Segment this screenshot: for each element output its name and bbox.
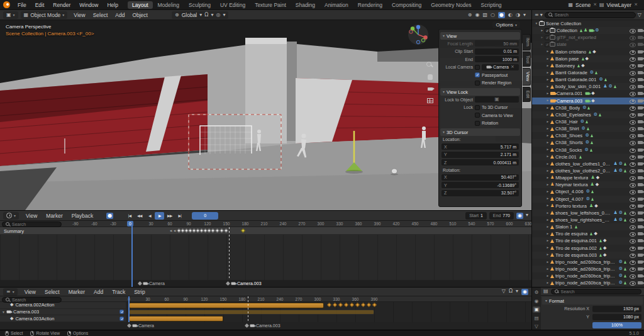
outliner-item-ch38-shorts[interactable]: ▸Ch38_Shorts⚙ xyxy=(532,139,644,146)
outliner-item-scene-collection[interactable]: ▾Scene Collection xyxy=(532,20,644,27)
outliner-item-tiro-de-esquina[interactable]: ▸Tiro de esquina◆ xyxy=(532,230,644,237)
resolution-x-field[interactable]: 1920 px xyxy=(592,306,641,312)
nla-keyframe-diamond[interactable] xyxy=(333,303,337,307)
disable-in-render-icon[interactable] xyxy=(638,71,643,74)
sidebar-tab-tool[interactable]: Tool xyxy=(523,52,531,67)
view-lock-panel-header[interactable]: ▾ View Lock xyxy=(440,88,520,96)
nla-keyframe-diamond[interactable] xyxy=(344,303,348,307)
hide-in-viewport-icon[interactable] xyxy=(630,105,636,110)
show-overlays-icon[interactable]: ◉ xyxy=(475,13,480,18)
outliner-item-balon-cristiano[interactable]: ▸Balon cristiano◆ xyxy=(532,48,644,55)
expand-arrow-icon[interactable]: ▸ xyxy=(545,183,550,187)
expand-arrow-icon[interactable]: ▸ xyxy=(545,197,550,201)
hide-in-viewport-icon[interactable] xyxy=(630,281,636,286)
nla-keyframe-diamond[interactable] xyxy=(355,303,360,307)
expand-arrow-icon[interactable]: ▸ xyxy=(545,176,550,180)
hide-in-viewport-icon[interactable] xyxy=(630,120,636,125)
outliner-item-clothes-low-clothes1-0-001[interactable]: ▸clothes_low_clothes1_0.001♟⚙ xyxy=(532,160,644,167)
collection-exclude-checkbox[interactable] xyxy=(545,42,550,47)
hide-in-viewport-icon[interactable] xyxy=(630,70,636,76)
disable-in-render-icon[interactable] xyxy=(638,50,643,53)
auto-snap-icon[interactable]: ◉ xyxy=(521,289,528,295)
expand-arrow-icon[interactable]: ▸ xyxy=(545,148,550,152)
track-enable-checkbox[interactable] xyxy=(119,316,124,321)
workspace-tab-rendering[interactable]: Rendering xyxy=(353,1,387,9)
cursor-location-field[interactable]: X5.717 m xyxy=(441,143,519,150)
nla-keyframe-diamond[interactable] xyxy=(367,303,371,307)
hide-in-viewport-icon[interactable] xyxy=(630,169,636,174)
clip-start-field[interactable]: 0.01 m xyxy=(475,48,519,55)
expand-arrow-icon[interactable]: ▸ xyxy=(545,162,550,166)
outliner-item-object-4-006[interactable]: ▸Object_4.006⚙ xyxy=(532,188,644,195)
local-camera-checkbox[interactable] xyxy=(475,65,480,70)
outliner-item-tiro-de-esquina-001[interactable]: ▸Tiro de esquina.001◆ xyxy=(532,237,644,244)
summary-channel[interactable]: Summary «« xyxy=(0,227,531,235)
expand-arrow-icon[interactable]: ▸ xyxy=(540,29,545,33)
cursor-rotation-field[interactable]: Y-0.13689° xyxy=(441,182,519,188)
shading-rendered-icon[interactable]: ◑ xyxy=(516,13,520,18)
view-panel-header[interactable]: ▾ View xyxy=(440,32,520,40)
expand-arrow-icon[interactable]: ▾ xyxy=(534,22,539,26)
disable-in-render-icon[interactable] xyxy=(638,64,643,67)
disable-in-render-icon[interactable] xyxy=(638,169,643,172)
timeline-ruler[interactable]: -90-60-300306090120150180210240270300330… xyxy=(0,221,531,227)
hide-in-viewport-icon[interactable] xyxy=(630,161,636,166)
proportional-dropdown-icon[interactable]: ▾ xyxy=(223,13,225,18)
next-keyframe-icon[interactable]: ▶▶ xyxy=(165,212,174,220)
expand-arrow-icon[interactable]: ▸ xyxy=(545,78,550,82)
lock-rotation-checkbox[interactable] xyxy=(475,121,480,126)
cursor-panel-header[interactable]: ▾ 3D Cursor xyxy=(440,128,520,136)
menu-strip[interactable]: Strip xyxy=(130,287,149,297)
nla-track-camera-003[interactable]: ▾Camera.003 xyxy=(0,309,126,316)
disable-in-render-icon[interactable] xyxy=(638,78,643,81)
expand-arrow-icon[interactable]: ▸ xyxy=(545,71,550,75)
outliner-item-camera-003[interactable]: ▸Camera.003◆ xyxy=(532,98,644,104)
workspace-tab-geometry-nodes[interactable]: Geometry Nodes xyxy=(426,1,475,9)
shading-wireframe-icon[interactable]: ○ xyxy=(491,13,495,18)
hide-in-viewport-icon[interactable] xyxy=(630,238,636,244)
menu-window[interactable]: Window xyxy=(75,2,103,8)
resolution-y-field[interactable]: 1080 px xyxy=(592,314,641,320)
menu-marker[interactable]: Marker xyxy=(42,211,67,221)
outliner-item-tripo-node-ad260bca-tripo-mat-ad26[interactable]: ▸tripo_node_ad260bca_tripo_mat_ad26⚙ xyxy=(532,259,644,266)
expand-arrow-icon[interactable]: ▸ xyxy=(545,274,550,278)
auto-keyframe-icon[interactable]: ● xyxy=(106,213,113,219)
hide-in-viewport-icon[interactable] xyxy=(630,176,636,181)
menu-file[interactable]: File xyxy=(13,2,31,8)
outliner-item-baloneey[interactable]: ▸Baloneey◆ xyxy=(532,62,644,69)
outliner-item-barril-gatorade[interactable]: ▸Barril Gatorade⚙ xyxy=(532,69,644,76)
menu-select[interactable]: Select xyxy=(89,10,112,20)
search-input[interactable] xyxy=(12,298,58,302)
disable-in-render-icon[interactable] xyxy=(638,57,643,60)
outliner-item-shoes-low-rightshoes-0-001[interactable]: ▸shoes_low_rightshoes_0.001♟⚙ xyxy=(532,216,644,223)
channel-search[interactable] xyxy=(2,221,62,227)
orientation-dropdown-icon[interactable]: ▾ xyxy=(199,13,202,18)
playhead[interactable] xyxy=(128,296,130,322)
menu-select[interactable]: Select xyxy=(40,287,64,297)
filter-icon[interactable]: ▽ xyxy=(638,13,641,18)
snap-dropdown-icon[interactable]: ▾ xyxy=(516,289,518,295)
expand-arrow-icon[interactable]: ▸ xyxy=(545,225,550,229)
hide-in-viewport-icon[interactable] xyxy=(630,182,636,188)
disable-in-render-icon[interactable] xyxy=(638,43,643,46)
clip-end-field[interactable]: 1000 m xyxy=(475,56,519,62)
show-gizmo-icon[interactable]: ⊕ xyxy=(468,13,472,18)
playback-dropdown-icon[interactable]: ▾ xyxy=(526,213,528,219)
properties-search[interactable] xyxy=(551,289,641,294)
output-tab-icon[interactable]: ▣ xyxy=(533,306,540,313)
outliner-item-shoes-low-leftshoes-0-001[interactable]: ▸shoes_low_leftshoes_0.001♟⚙ xyxy=(532,210,644,216)
viewport-3d[interactable]: Camera Perspective Scene Collection | Ca… xyxy=(0,20,531,210)
expand-arrow-icon[interactable]: ▸ xyxy=(540,43,545,47)
nla-track-camera-002action[interactable]: ◆Camera.002Action xyxy=(0,302,126,309)
unlink-view-layer-icon[interactable]: × xyxy=(634,3,638,7)
hide-in-viewport-icon[interactable] xyxy=(630,126,636,132)
hide-in-viewport-icon[interactable] xyxy=(630,252,636,257)
disable-in-render-icon[interactable] xyxy=(638,254,643,257)
outliner-item-tripo-node-ad260bca-tripo-mat-ad26[interactable]: ▸tripo_node_ad260bca_tripo_mat_ad26⚙ xyxy=(532,266,644,272)
previous-keyframe-icon[interactable]: ◀◀ xyxy=(135,212,144,220)
nla-keyframe-diamond[interactable] xyxy=(338,303,343,307)
outliner-search[interactable] xyxy=(545,12,636,18)
hide-in-viewport-icon[interactable] xyxy=(630,203,636,208)
outliner-item-portero-textura[interactable]: ▸♟Portero textura♟◆ xyxy=(532,203,644,210)
hide-in-viewport-icon[interactable] xyxy=(630,77,636,82)
